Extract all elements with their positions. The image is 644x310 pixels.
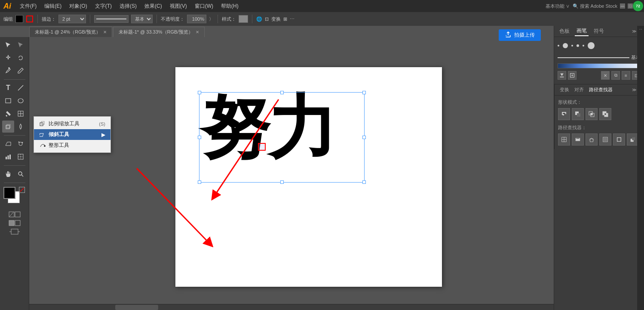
column-graph-tool[interactable] xyxy=(2,151,14,163)
handle-br[interactable] xyxy=(362,180,366,184)
direct-selection-tool[interactable] xyxy=(15,39,27,51)
handle-mr[interactable] xyxy=(362,136,366,139)
width-tool[interactable] xyxy=(15,121,27,133)
handle-tr[interactable] xyxy=(362,91,366,94)
none-fill-btn[interactable] xyxy=(9,211,21,219)
menu-file[interactable]: 文件(F) xyxy=(16,2,40,11)
brush-dot-2[interactable] xyxy=(563,43,568,48)
crop-btn[interactable] xyxy=(599,133,611,146)
minus-front-btn[interactable] xyxy=(572,108,584,120)
exclude-btn[interactable] xyxy=(599,108,611,120)
tab-1-close[interactable]: ✕ xyxy=(103,30,107,34)
menu-window[interactable]: 窗口(W) xyxy=(191,2,217,11)
tab-swatches[interactable]: 色板 xyxy=(558,27,571,36)
tab-symbols[interactable]: 符号 xyxy=(592,27,606,36)
divide-btn[interactable] xyxy=(558,133,570,146)
brush-library-icon[interactable] xyxy=(558,71,566,80)
tab-brushes[interactable]: 画笔 xyxy=(575,26,589,36)
menu-effect[interactable]: 效果(C) xyxy=(141,2,166,11)
brush-dot-5[interactable] xyxy=(583,45,584,46)
horizontal-scrollbar[interactable] xyxy=(29,304,637,310)
maximize-button[interactable]: □ xyxy=(628,3,633,9)
brush-copy-icon[interactable]: ⧉ xyxy=(611,71,620,80)
transform-icon[interactable]: ⊡ xyxy=(265,16,269,22)
mesh-tool[interactable] xyxy=(15,108,27,120)
brush-dot-4[interactable] xyxy=(577,44,579,47)
tab-2[interactable]: 未标题-1* @ 33.33%（RGB/预览） ✕ xyxy=(113,27,205,37)
selection-tool[interactable] xyxy=(2,39,14,51)
hand-tool[interactable] xyxy=(2,168,14,180)
search-label[interactable]: 🔍 搜索 Adobe Stock xyxy=(573,3,618,9)
brush-dot-6[interactable] xyxy=(588,42,595,49)
lasso-tool[interactable] xyxy=(15,52,27,64)
rect-tool[interactable] xyxy=(2,95,14,107)
align-icon[interactable]: ⊞ xyxy=(283,16,287,22)
pathfinder-expand-icon[interactable]: ≫ xyxy=(632,87,636,92)
stroke-width-select[interactable]: 0.25 pt0.5 pt1 pt2 pt xyxy=(58,15,86,23)
panel-expand-icon[interactable]: ≫ xyxy=(632,29,636,34)
context-menu-item-shear[interactable]: 倾斜工具 ▶ xyxy=(34,129,110,140)
zoom-tool[interactable] xyxy=(15,168,27,180)
handle-bl[interactable] xyxy=(198,180,201,184)
globe-icon[interactable]: 🌐 xyxy=(256,16,262,22)
gradient-bar[interactable] xyxy=(558,63,641,68)
ellipse-tool[interactable] xyxy=(15,95,27,107)
tab-transform[interactable]: 变换 xyxy=(558,86,571,94)
upload-button[interactable]: 拍摄上传 xyxy=(499,29,541,41)
menu-select[interactable]: 选择(S) xyxy=(116,2,140,11)
canvas-text-object[interactable]: 努力 xyxy=(201,93,334,162)
brush-new-icon[interactable] xyxy=(568,71,577,80)
menu-edit[interactable]: 编辑(E) xyxy=(41,2,65,11)
brush-dot-3[interactable] xyxy=(571,45,573,46)
intersect-btn[interactable] xyxy=(586,108,598,120)
no-color-swatch[interactable] xyxy=(19,187,25,193)
brush-options-icon[interactable]: ≡ xyxy=(622,71,630,80)
context-menu-item-reshape[interactable]: 整形工具 xyxy=(34,140,110,151)
tab-2-close[interactable]: ✕ xyxy=(196,30,199,34)
opacity-arrow[interactable]: 〉 xyxy=(209,16,214,22)
stroke-profile-select[interactable]: 基本 xyxy=(131,15,153,23)
brush-dot-1[interactable] xyxy=(558,45,559,46)
magic-wand-tool[interactable] xyxy=(2,52,14,64)
trim-btn[interactable] xyxy=(572,133,584,146)
perspective-tool[interactable] xyxy=(2,138,14,150)
user-avatar[interactable]: 72 xyxy=(633,1,643,11)
brush-delete-icon[interactable]: ✕ xyxy=(601,71,610,80)
menu-object[interactable]: 对象(O) xyxy=(66,2,90,11)
svg-rect-56 xyxy=(617,138,621,142)
menu-type[interactable]: 文字(T) xyxy=(92,2,115,11)
stroke-style-preview[interactable] xyxy=(94,15,129,23)
handle-bc[interactable] xyxy=(280,180,284,184)
unite-btn[interactable] xyxy=(558,108,570,120)
transform-label[interactable]: 变换 xyxy=(271,16,281,22)
pen-tool[interactable] xyxy=(2,65,14,77)
outline-btn[interactable] xyxy=(613,133,625,146)
tab-pathfinder[interactable]: 路径查找器 xyxy=(587,86,614,94)
style-swatch[interactable] xyxy=(239,15,248,23)
artboard-btn[interactable] xyxy=(9,229,21,236)
pencil-tool[interactable] xyxy=(15,65,27,77)
warp-icon[interactable]: ⋯ xyxy=(290,16,294,22)
scale-tool-group[interactable] xyxy=(2,121,14,133)
h-scroll-thumb[interactable] xyxy=(115,305,158,310)
opacity-input[interactable] xyxy=(187,15,206,23)
paintbucket-tool[interactable] xyxy=(2,108,14,120)
handle-tl[interactable] xyxy=(198,91,201,94)
minimize-button[interactable]: — xyxy=(620,3,625,9)
handle-ml[interactable] xyxy=(198,136,201,139)
collapse-icon[interactable]: ⋮ xyxy=(639,28,643,31)
tab-align[interactable]: 对齐 xyxy=(573,86,586,94)
stroke-swatch[interactable] xyxy=(26,15,34,23)
tab-1[interactable]: 未标题-1 @ 24%（RGB/预览） ✕ xyxy=(29,27,112,37)
symbol-spray-tool[interactable] xyxy=(15,138,27,150)
menu-view[interactable]: 视图(V) xyxy=(166,2,190,11)
menu-help[interactable]: 帮助(H) xyxy=(218,2,242,11)
view-mode-btn[interactable] xyxy=(9,220,21,227)
line-tool[interactable] xyxy=(15,82,27,94)
fill-color-swatch[interactable] xyxy=(15,15,23,23)
fg-color-swatch[interactable] xyxy=(3,187,15,199)
merge-btn[interactable] xyxy=(586,133,598,146)
context-menu-item-scale[interactable]: 比例缩放工具 (S) xyxy=(34,118,110,129)
slice-tool[interactable] xyxy=(15,151,27,163)
type-tool[interactable]: T xyxy=(2,82,14,94)
